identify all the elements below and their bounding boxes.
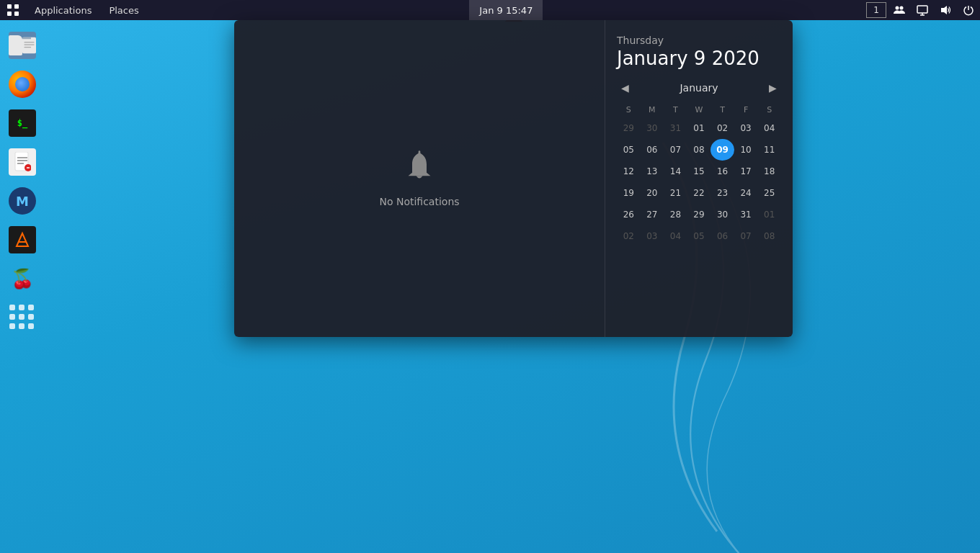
calendar-day-cell[interactable]: 08 <box>757 225 781 247</box>
notifications-section: No Notifications <box>234 20 605 337</box>
calendar-week-row: 02030405060708 <box>617 225 781 247</box>
calendar-day-cell[interactable]: 24 <box>734 182 758 204</box>
dock-item-burpsuite[interactable] <box>6 223 39 256</box>
calendar-day-cell[interactable]: 11 <box>757 139 781 161</box>
calendar-day-cell[interactable]: 30 <box>710 204 734 225</box>
calendar-day-header: T <box>664 102 687 117</box>
dock-item-cherry[interactable]: 🍒 <box>6 262 39 295</box>
calendar-day-cell[interactable]: 13 <box>641 161 664 182</box>
calendar-day-cell[interactable]: 08 <box>687 139 711 161</box>
dock-item-terminal[interactable]: $_ <box>6 107 39 140</box>
calendar-month-label: January <box>680 82 718 94</box>
calendar-day-cell[interactable]: 07 <box>734 225 758 247</box>
calendar-day-cell[interactable]: 27 <box>641 204 664 225</box>
dock-item-apps[interactable] <box>6 301 39 334</box>
svg-rect-0 <box>7 4 12 9</box>
clock[interactable]: Jan 9 15:47 <box>469 0 543 20</box>
calendar-day-cell[interactable]: 01 <box>687 117 711 139</box>
calendar-week-row: 29303101020304 <box>617 117 781 139</box>
workspace-number: 1 <box>866 2 886 18</box>
power-icon[interactable] <box>957 0 980 20</box>
calendar-day-cell[interactable]: 03 <box>641 225 664 247</box>
calendar-day-header: S <box>617 102 641 117</box>
applications-menu-icon[interactable] <box>0 0 26 20</box>
calendar-day-cell[interactable]: 26 <box>617 204 641 225</box>
calendar-day-cell[interactable]: 17 <box>734 161 758 182</box>
calendar-day-cell[interactable]: 10 <box>734 139 758 161</box>
svg-rect-2 <box>7 12 12 16</box>
taskbar: Applications Places Jan 9 15:47 1 <box>0 0 980 20</box>
calendar-day-cell[interactable]: 02 <box>710 117 734 139</box>
places-menu[interactable]: Places <box>100 0 147 20</box>
dock-item-editor[interactable] <box>6 145 39 179</box>
calendar-nav: ◀ January ▶ <box>617 81 781 95</box>
svg-point-4 <box>896 6 899 10</box>
dock-item-firefox[interactable] <box>6 68 39 101</box>
calendar-day-cell[interactable]: 21 <box>664 182 687 204</box>
calendar-day-cell[interactable]: 03 <box>734 117 758 139</box>
bell-icon <box>401 150 437 189</box>
terminal-icon: $_ <box>9 109 36 137</box>
calendar-day-cell[interactable]: 31 <box>664 117 687 139</box>
calendar-day-cell[interactable]: 05 <box>687 225 711 247</box>
display-icon[interactable] <box>911 0 934 20</box>
svg-rect-10 <box>22 37 36 53</box>
apps-icon <box>9 304 36 331</box>
calendar-day-cell[interactable]: 28 <box>664 204 687 225</box>
svg-marker-9 <box>941 6 947 14</box>
dock-item-malwarebytes[interactable]: M <box>6 184 39 217</box>
calendar-day-cell[interactable]: 18 <box>757 161 781 182</box>
calendar-header-row: SMTWTFS <box>617 102 781 117</box>
svg-rect-6 <box>917 6 927 13</box>
sound-icon[interactable] <box>934 0 957 20</box>
calendar-week-row: 12131415161718 <box>617 161 781 182</box>
calendar-day-cell[interactable]: 12 <box>617 161 641 182</box>
calendar-prev-btn[interactable]: ◀ <box>617 81 633 95</box>
calendar-day-cell[interactable]: 06 <box>641 139 664 161</box>
calendar-day-cell[interactable]: 25 <box>757 182 781 204</box>
calendar-day-header: T <box>710 102 734 117</box>
calendar-day-cell[interactable]: 02 <box>617 225 641 247</box>
calendar-day-cell[interactable]: 31 <box>734 204 758 225</box>
calendar-day-cell[interactable]: 16 <box>710 161 734 182</box>
malwarebytes-icon: M <box>9 187 36 215</box>
workspace-indicator[interactable]: 1 <box>865 0 888 20</box>
calendar-day-cell[interactable]: 29 <box>617 117 641 139</box>
files-icon <box>9 32 36 59</box>
calendar-day-cell[interactable]: 19 <box>617 182 641 204</box>
calendar-day-cell[interactable]: 04 <box>664 225 687 247</box>
calendar-day-cell[interactable]: 06 <box>710 225 734 247</box>
popup-panel: No Notifications Thursday January 9 2020… <box>234 20 793 337</box>
calendar-date-header: Thursday January 9 2020 <box>617 35 781 69</box>
calendar-day-cell[interactable]: 04 <box>757 117 781 139</box>
calendar-day-cell[interactable]: 01 <box>757 204 781 225</box>
calendar-day-of-week: Thursday <box>617 35 781 46</box>
svg-rect-3 <box>14 12 19 16</box>
calendar-day-header: F <box>734 102 758 117</box>
calendar-day-cell[interactable]: 15 <box>687 161 711 182</box>
svg-rect-1 <box>14 4 19 9</box>
calendar-day-cell[interactable]: 30 <box>641 117 664 139</box>
taskbar-center: Jan 9 15:47 <box>148 0 865 20</box>
calendar-next-btn[interactable]: ▶ <box>765 81 781 95</box>
calendar-day-cell[interactable]: 22 <box>687 182 711 204</box>
burpsuite-icon <box>9 226 36 253</box>
calendar-day-cell[interactable]: 09 <box>710 139 734 161</box>
calendar-week-row: 26272829303101 <box>617 204 781 225</box>
calendar-day-cell[interactable]: 23 <box>710 182 734 204</box>
dock-item-files[interactable] <box>6 29 39 62</box>
calendar-day-cell[interactable]: 07 <box>664 139 687 161</box>
svg-rect-11 <box>22 37 31 40</box>
calendar-day-cell[interactable]: 05 <box>617 139 641 161</box>
calendar-body: 2930310102030405060708091011121314151617… <box>617 117 781 247</box>
calendar-section: Thursday January 9 2020 ◀ January ▶ SMTW… <box>605 20 793 337</box>
applications-menu[interactable]: Applications <box>26 0 100 20</box>
taskbar-right: 1 <box>865 0 980 20</box>
calendar-grid: SMTWTFS 29303101020304050607080910111213… <box>617 102 781 247</box>
users-icon[interactable] <box>888 0 911 20</box>
no-notifications-text: No Notifications <box>379 196 459 207</box>
taskbar-left: Applications Places <box>0 0 148 20</box>
calendar-day-cell[interactable]: 29 <box>687 204 711 225</box>
calendar-day-cell[interactable]: 14 <box>664 161 687 182</box>
calendar-day-cell[interactable]: 20 <box>641 182 664 204</box>
